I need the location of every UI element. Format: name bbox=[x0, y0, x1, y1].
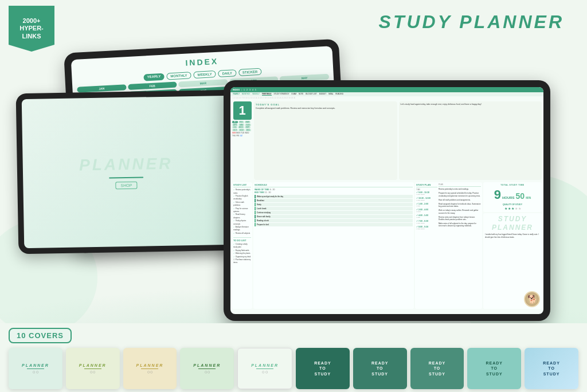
sp-header-time: STUDY PLAN bbox=[416, 183, 437, 187]
schedule-items: Wake up and get ready for the day Breakf… bbox=[255, 195, 413, 226]
sch-2: Breakfast bbox=[255, 199, 413, 202]
pb-3: Have all math problems and assignments. bbox=[439, 199, 481, 201]
tb-6: ✓ 7:00 - 8:30 1 hour 30min bbox=[416, 220, 437, 224]
cover-6-label: READYTOSTUDY bbox=[314, 360, 331, 376]
d-tue: TUE bbox=[241, 132, 244, 134]
d-thu: THU bbox=[232, 135, 236, 137]
cover-1-label: PLANNER bbox=[22, 363, 49, 367]
plan-col: PLAN Review yesterday's notes and readin… bbox=[439, 183, 481, 308]
nav-sticker: STICKER bbox=[238, 68, 262, 76]
nav-1: 1 bbox=[244, 89, 245, 91]
tablet-front-screen: INDEX | 1 2 3 4 5 YEARLY MONTHLY WEEKLY … bbox=[230, 87, 543, 314]
tb-5: ✓ 4:00 - 5:00 1 hour bbox=[416, 214, 437, 218]
nav-weekly: WEEKLY bbox=[193, 70, 216, 79]
cover-10: READYTOSTUDY bbox=[525, 348, 578, 389]
sp-col-plan: PLAN bbox=[439, 183, 481, 187]
main-title: STUDY PLANNER bbox=[379, 11, 564, 33]
header-section: 1 JAN FEB MAR APR MAY SUN JUL AUG SEP OC… bbox=[232, 101, 542, 180]
planner-cover-title: PLANNER bbox=[79, 154, 173, 174]
subnav-yearly: YEARLY bbox=[233, 93, 240, 96]
hyperlinks-badge: 2000+ HYPER-LINKS bbox=[9, 6, 54, 52]
memo-box-header: Let's study hard again today, take enoug… bbox=[399, 101, 542, 180]
cover-4: PLANNER ⬡ ⬡ bbox=[180, 348, 234, 389]
month-mini: JAN FEB MAR APR MAY SUN bbox=[232, 121, 252, 126]
td-5: ☐ Purchase stationery items bbox=[233, 258, 251, 265]
m-jan: JAN bbox=[232, 121, 238, 123]
cover-7-label: READYTOSTUDY bbox=[371, 360, 389, 376]
planner-cover-accent bbox=[109, 177, 143, 178]
cover-5: PLANNER ⬡ ⬡ bbox=[237, 348, 292, 389]
cover-9-label: READYTOSTUDY bbox=[486, 360, 503, 376]
sl-7: ✓ Analyze literature readings bbox=[233, 226, 251, 232]
tablet-left: PLANNER SHOP bbox=[16, 90, 237, 254]
total-study-header: TOTAL STUDY TIME bbox=[485, 184, 540, 186]
pb-4: Read assigned chapters for textbook clas… bbox=[439, 203, 481, 207]
sp-col-time: TIME bbox=[416, 189, 437, 191]
sch-7: Reading a book bbox=[255, 219, 413, 222]
d-fri: FRI bbox=[236, 135, 239, 137]
tb-7: ✓ 8:00 - 9:30 1 hour 30min bbox=[416, 226, 437, 230]
badge-text: 2000+ bbox=[23, 17, 41, 25]
total-mins: 50 bbox=[516, 191, 525, 201]
star-4: ★ bbox=[515, 206, 518, 210]
covers-badge-text: 10 COVERS bbox=[17, 331, 64, 340]
pb-6: Review notes and chapters from today's l… bbox=[439, 216, 481, 221]
num-placeholder: 1 2 3 4 5 6 7 8 9 10 11 12 13 14 15 16 1… bbox=[233, 97, 295, 99]
nav-yearly: YEARLY bbox=[143, 73, 164, 81]
nav-4: 4 bbox=[252, 89, 253, 91]
cover-4-label: PLANNER bbox=[193, 363, 221, 367]
sub-nav-bar: YEARLY MONTHLY WEEKLY TIMETABLE STUDY ST… bbox=[230, 92, 543, 96]
study-list-items: ✓ Review yesterday's notes ✓ Practice En… bbox=[233, 189, 251, 235]
star-2: ★ bbox=[508, 206, 511, 210]
planner-cover-shop: SHOP bbox=[115, 181, 137, 189]
tb-2: ✓ 10:30 - 12:00 1 hour 30min bbox=[416, 197, 437, 201]
sch-3: Study bbox=[255, 203, 413, 206]
sl-6: ✓ Study physics concepts bbox=[233, 219, 251, 226]
cover-6: READYTOSTUDY bbox=[296, 348, 350, 389]
study-plan-inner: STUDY PLAN TIME ✓ 9:00 - 10:30 1 hour 30… bbox=[416, 183, 481, 308]
nav-3: 3 bbox=[249, 89, 251, 91]
memo-text: Let's study hard again today, take enoug… bbox=[401, 103, 541, 106]
nav-monthly: MONTHLY bbox=[166, 72, 191, 80]
month-mar: MAR bbox=[178, 79, 228, 87]
total-hours: 9 bbox=[494, 187, 501, 202]
top-nav-bar: INDEX | 1 2 3 4 5 bbox=[230, 87, 543, 92]
days-row: SUN MON TUE WED THU FRI SAT bbox=[232, 132, 252, 137]
study-list-header: STUDY LIST bbox=[233, 183, 251, 187]
m-dec: DEC bbox=[245, 129, 251, 131]
subnav-note: NOTE bbox=[299, 93, 303, 96]
d-mon: MON bbox=[236, 132, 240, 134]
bed-time: BED TIME 11 : 30 bbox=[255, 191, 413, 194]
hours-label: HOURS bbox=[502, 196, 515, 199]
wake-time: WAKE OF TIME 6 : 30 bbox=[255, 189, 413, 191]
nav-sep: | bbox=[241, 89, 242, 91]
covers-grid: PLANNER ⬡ ⬡ PLANNER ⬡ ⬡ PLANNER ⬡ ⬡ PLAN… bbox=[9, 348, 578, 389]
cover-1: PLANNER ⬡ ⬡ bbox=[9, 348, 62, 389]
sch-5: Continue studying bbox=[255, 211, 413, 214]
cover-4-line bbox=[198, 369, 216, 369]
subnav-budget: BUDGET bbox=[319, 93, 327, 96]
subnav-timetable: TIMETABLE bbox=[262, 93, 272, 96]
schedule-col: SCHEDULE WAKE OF TIME 6 : 30 BED TIME 11… bbox=[253, 182, 414, 309]
study-time-display: 9 HOURS 50 MIN bbox=[485, 187, 540, 202]
sl-3: ✓ Solve math problems bbox=[233, 201, 251, 207]
quality-stars: ★ ★ ★ ★ ★ bbox=[485, 206, 540, 210]
cover-2-label: PLANNER bbox=[79, 363, 107, 367]
d-wed: WED bbox=[245, 132, 249, 134]
dog-avatar: 🐕 bbox=[524, 291, 540, 307]
sl-4: ✓ Prep for science quizzes bbox=[233, 207, 251, 214]
m-feb: FEB bbox=[238, 121, 244, 123]
m-jul: JUL bbox=[232, 126, 237, 128]
cover-8: READYTOSTUDY bbox=[410, 348, 464, 389]
goal-text: Complete all assigned math problems. Rev… bbox=[256, 107, 396, 110]
tablet-front: INDEX | 1 2 3 4 5 YEARLY MONTHLY WEEKLY … bbox=[224, 80, 550, 321]
m-oct: OCT bbox=[232, 129, 238, 131]
pb-5: Work on today's essay outline. Research … bbox=[439, 209, 481, 214]
star-3: ★ bbox=[511, 206, 514, 210]
pb-1: Review yesterday's notes and readings. bbox=[439, 188, 481, 190]
today-goal-box: TODAY'S GOAL Complete all assigned math … bbox=[254, 101, 397, 180]
goal-header: TODAY'S GOAL bbox=[256, 103, 396, 106]
cover-5-sub: ⬡ ⬡ bbox=[262, 370, 267, 374]
subnav-weekly: WEEKLY bbox=[252, 93, 259, 96]
m-nov: NOV bbox=[238, 129, 245, 131]
